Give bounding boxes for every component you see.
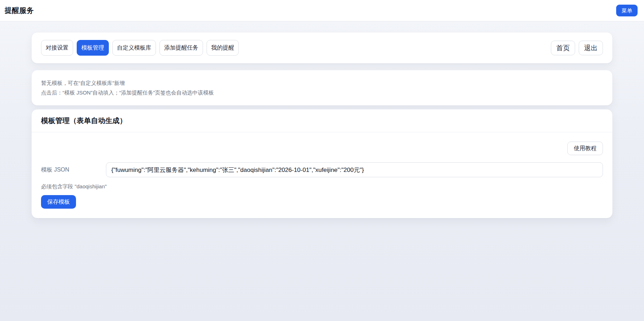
notice-line-2: 点击后：“模板 JSON”自动填入；“添加提醒任务”页签也会自动选中该模板 (41, 88, 603, 97)
home-button[interactable]: 首页 (551, 41, 575, 55)
template-json-label: 模板 JSON (41, 166, 106, 174)
template-management-panel: 模板管理（表单自动生成） 使用教程 模板 JSON 必须包含字段 "daoqis… (31, 109, 613, 218)
panel-title: 模板管理（表单自动生成） (41, 116, 603, 126)
app-header: 提醒服务 菜单 (0, 0, 644, 21)
save-template-button[interactable]: 保存模板 (41, 195, 76, 209)
tutorial-row: 使用教程 (41, 142, 603, 155)
template-json-row: 模板 JSON (41, 162, 603, 177)
tab-group: 对接设置 模板管理 自定义模板库 添加提醒任务 我的提醒 (41, 40, 239, 56)
menu-button[interactable]: 菜单 (616, 5, 638, 16)
page-title: 提醒服务 (5, 6, 34, 15)
tab-custom-template-library[interactable]: 自定义模板库 (112, 40, 156, 56)
tab-template-management[interactable]: 模板管理 (77, 40, 109, 56)
panel-header: 模板管理（表单自动生成） (32, 109, 612, 132)
notice-line-1: 暂无模板，可在“自定义模板库”新增 (41, 78, 603, 88)
tab-my-reminders[interactable]: 我的提醒 (207, 40, 239, 56)
required-field-hint: 必须包含字段 "daoqishijian" (41, 183, 603, 190)
template-json-input[interactable] (106, 162, 603, 177)
logout-button[interactable]: 退出 (579, 41, 603, 55)
tutorial-button[interactable]: 使用教程 (567, 142, 603, 155)
notice-card: 暂无模板，可在“自定义模板库”新增 点击后：“模板 JSON”自动填入；“添加提… (31, 70, 613, 106)
main-content: 对接设置 模板管理 自定义模板库 添加提醒任务 我的提醒 首页 退出 暂无模板，… (31, 32, 613, 218)
tab-connection-settings[interactable]: 对接设置 (41, 40, 73, 56)
tab-add-reminder-task[interactable]: 添加提醒任务 (159, 40, 203, 56)
panel-body: 使用教程 模板 JSON 必须包含字段 "daoqishijian" 保存模板 (32, 132, 612, 218)
tab-bar: 对接设置 模板管理 自定义模板库 添加提醒任务 我的提醒 首页 退出 (31, 32, 613, 63)
nav-right-group: 首页 退出 (551, 41, 603, 55)
